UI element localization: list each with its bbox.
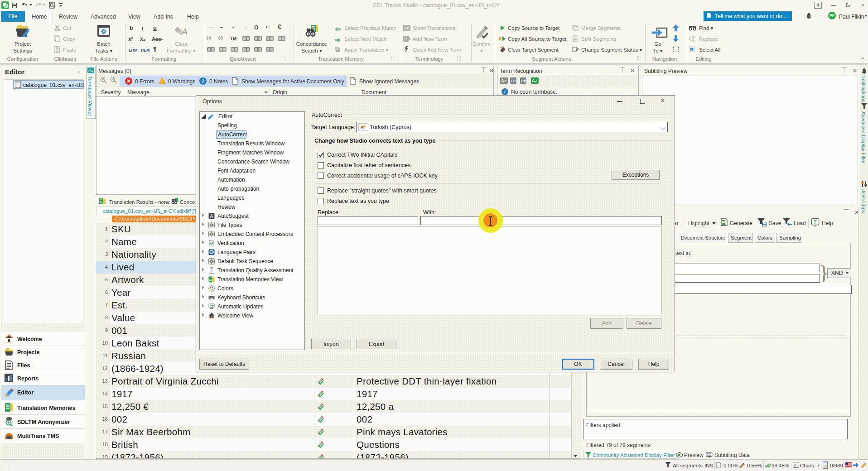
svg-text:A: A (794, 463, 797, 467)
svg-text:R✲: R✲ (521, 79, 527, 83)
svg-text:CC: CC (707, 453, 711, 456)
svg-text:?: ? (814, 219, 817, 225)
svg-text:A≡: A≡ (88, 68, 93, 73)
svg-text:R+: R+ (511, 79, 516, 83)
svg-text:A≡: A≡ (501, 78, 507, 83)
svg-text:Az: Az (532, 78, 537, 83)
svg-text:A: A (404, 37, 407, 41)
svg-text:A: A (181, 27, 188, 36)
svg-text:Az: Az (404, 26, 409, 30)
